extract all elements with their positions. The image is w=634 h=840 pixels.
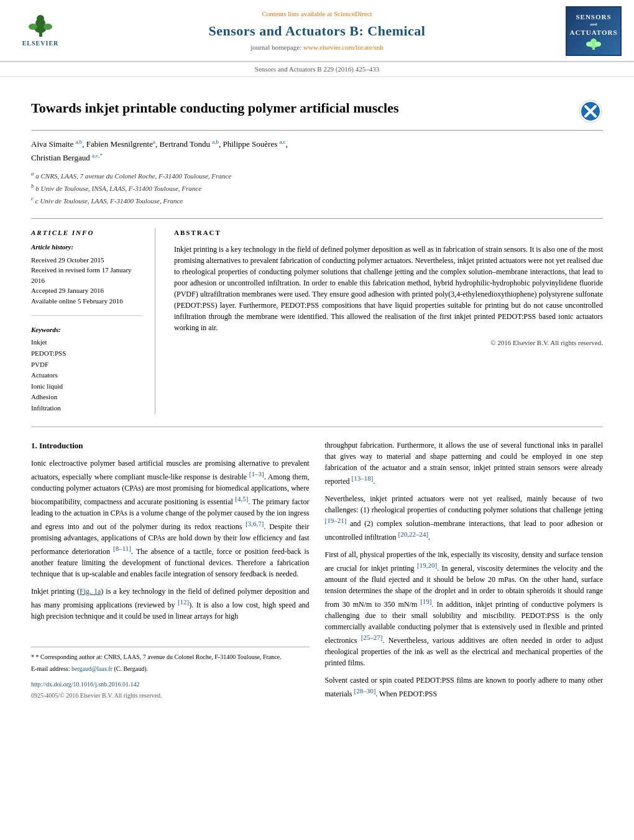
svg-point-4 bbox=[29, 24, 37, 30]
body-divider bbox=[31, 427, 603, 427]
authors-line: Aiva Simaite a,b, Fabien Mesnilgrentea, … bbox=[31, 137, 603, 164]
affil-a: a a CNRS, LAAS, 7 avenue du Colonel Roch… bbox=[31, 170, 603, 181]
intro-para-2: Inkjet printing (Fig. 1a) is a key techn… bbox=[31, 586, 310, 622]
sensors-logo-and: and bbox=[590, 22, 597, 28]
header-center: Contents lists available at ScienceDirec… bbox=[68, 9, 566, 53]
elsevier-label: ELSEVIER bbox=[22, 39, 59, 48]
keywords-section: Keywords: Inkjet PEDOT:PSS PVDF Actuator… bbox=[31, 325, 142, 414]
intro-para-1: Ionic electroactive polymer based artifi… bbox=[31, 458, 310, 579]
abstract-section: ABSTRACT Inkjet printing is a key techno… bbox=[174, 228, 603, 414]
homepage-link[interactable]: www.elsevier.com/locate/snb bbox=[303, 44, 384, 51]
abstract-text: Inkjet printing is a key technology in t… bbox=[174, 244, 603, 333]
journal-header: ELSEVIER Contents lists available at Sci… bbox=[0, 0, 634, 62]
article-info-panel: ARTICLE INFO Article history: Received 2… bbox=[31, 228, 155, 414]
elsevier-tree-icon bbox=[24, 14, 58, 38]
footer-links: http://dx.doi.org/10.1016/j.snb.2016.01.… bbox=[31, 678, 310, 701]
article-info-title: ARTICLE INFO bbox=[31, 228, 142, 238]
footnotes: * * Corresponding author at: CNRS, LAAS,… bbox=[31, 647, 310, 701]
left-column: 1. Introduction Ionic electroactive poly… bbox=[31, 440, 310, 706]
article-title: Towards inkjet printable conducting poly… bbox=[31, 99, 566, 118]
affiliations: a a CNRS, LAAS, 7 avenue du Colonel Roch… bbox=[31, 170, 603, 206]
sensors-logo-line2: ACTUATORS bbox=[569, 28, 617, 37]
keyword-pvdf: PVDF bbox=[31, 359, 142, 371]
body-columns: 1. Introduction Ionic electroactive poly… bbox=[31, 440, 603, 706]
keyword-ionic-liquid: Ionic liquid bbox=[31, 381, 142, 392]
journal-title: Sensors and Actuators B: Chemical bbox=[68, 22, 566, 41]
abstract-title: ABSTRACT bbox=[174, 228, 603, 238]
svg-point-10 bbox=[595, 42, 601, 47]
received-revised-date: Received in revised form 17 January 2016 bbox=[31, 265, 142, 285]
authors-section: Aiva Simaite a,b, Fabien Mesnilgrentea, … bbox=[31, 137, 603, 205]
journal-ref: Sensors and Actuators B 229 (2016) 425–4… bbox=[0, 62, 634, 77]
author-2: Christian Bergaud a,c,* bbox=[31, 153, 103, 162]
article-title-section: Towards inkjet printable conducting poly… bbox=[31, 90, 603, 131]
affil-c: c c Univ de Toulouse, LAAS, F-31400 Toul… bbox=[31, 195, 603, 206]
crossmark-icon[interactable] bbox=[578, 99, 603, 124]
right-para-3: First of all, physical properties of the… bbox=[325, 549, 604, 668]
copyright: © 2016 Elsevier B.V. All rights reserved… bbox=[174, 338, 603, 348]
sciencedirect-text: Contents lists available at ScienceDirec… bbox=[68, 9, 566, 19]
footnote-email: E-mail address: bergaud@laas.fr (C. Berg… bbox=[31, 664, 310, 673]
keyword-infiltration: Infiltration bbox=[31, 403, 142, 414]
history-title: Article history: bbox=[31, 242, 142, 252]
issn-text: 0925-4005/© 2016 Elsevier B.V. All right… bbox=[31, 692, 162, 699]
sensors-logo-line1: SENSORS bbox=[576, 12, 611, 22]
article-history: Article history: Received 29 October 201… bbox=[31, 242, 142, 306]
available-date: Available online 5 February 2016 bbox=[31, 296, 142, 307]
article-info-abstract: ARTICLE INFO Article history: Received 2… bbox=[31, 218, 603, 414]
svg-point-9 bbox=[586, 42, 592, 47]
author-1: Aiva Simaite a,b, Fabien Mesnilgrentea, … bbox=[31, 139, 288, 149]
keyword-actuators: Actuators bbox=[31, 370, 142, 381]
right-para-1: throughput fabrication. Furthermore, it … bbox=[325, 440, 604, 487]
keyword-inkjet: Inkjet bbox=[31, 337, 142, 348]
right-para-2: Nevertheless, inkjet printed actuators w… bbox=[325, 493, 604, 543]
journal-homepage: journal homepage: www.elsevier.com/locat… bbox=[68, 43, 566, 52]
affil-b: b b Univ de Toulouse, INSA, LAAS, F-3140… bbox=[31, 182, 603, 193]
doi-link[interactable]: http://dx.doi.org/10.1016/j.snb.2016.01.… bbox=[31, 681, 140, 688]
keywords-title: Keywords: bbox=[31, 325, 142, 335]
intro-heading: 1. Introduction bbox=[31, 440, 310, 452]
footnote-email-link[interactable]: bergaud@laas.fr bbox=[71, 665, 113, 672]
page: ELSEVIER Contents lists available at Sci… bbox=[0, 0, 634, 718]
elsevier-logo: ELSEVIER bbox=[12, 14, 68, 48]
info-divider bbox=[31, 315, 142, 316]
footnote-star: * * Corresponding author at: CNRS, LAAS,… bbox=[31, 651, 310, 662]
right-para-4: Solvent casted or spin coated PEDOT:PSS … bbox=[325, 675, 604, 699]
received-date: Received 29 October 2015 bbox=[31, 255, 142, 265]
sensors-logo-tree bbox=[584, 37, 603, 50]
right-column: throughput fabrication. Furthermore, it … bbox=[325, 440, 604, 706]
accepted-date: Accepted 29 January 2016 bbox=[31, 285, 142, 296]
article-body: Towards inkjet printable conducting poly… bbox=[0, 77, 634, 718]
svg-point-3 bbox=[37, 15, 44, 22]
sensors-actuators-logo: SENSORS and ACTUATORS bbox=[566, 6, 622, 56]
keyword-pedot: PEDOT:PSS bbox=[31, 348, 142, 359]
svg-point-5 bbox=[44, 24, 52, 30]
keyword-adhesion: Adhesion bbox=[31, 392, 142, 403]
